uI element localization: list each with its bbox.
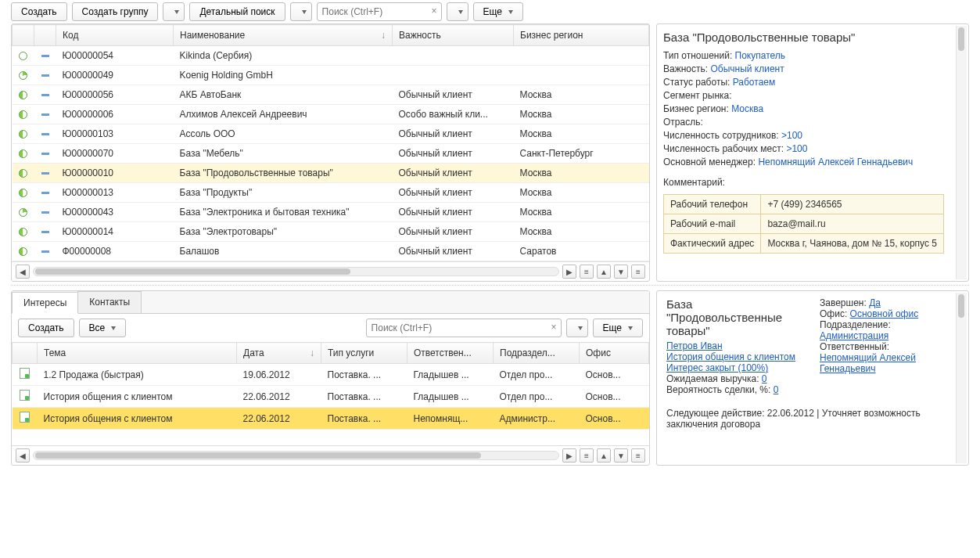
tab-contacts[interactable]: Контакты [77, 291, 142, 313]
detail-scrollbar[interactable] [956, 26, 967, 279]
cell-region [514, 66, 649, 85]
scroll-right-icon[interactable]: ▶ [562, 265, 576, 279]
cell-topic: История общения с клиентом [38, 386, 237, 408]
status-icon [19, 208, 27, 217]
cell-name: Балашов [174, 242, 393, 261]
interest-detail-panel: База "Продовольственные товары" Петров И… [656, 290, 969, 466]
detail-search-button[interactable]: Детальный поиск [189, 2, 285, 21]
table-row[interactable]: Ю00000054Kikinda (Сербия) [13, 46, 649, 66]
main-col-header[interactable]: Бизнес регион [514, 25, 649, 46]
table-row[interactable]: Ю00000010База "Продовольственные товары"… [13, 164, 649, 183]
sub-col-header[interactable]: Дата↓ [237, 343, 321, 364]
rel-value[interactable]: Покупатель [735, 50, 785, 61]
hscrollbar[interactable] [33, 267, 559, 276]
sub-col-header[interactable]: Тема [38, 343, 237, 364]
main-col-header[interactable]: Наименование↓ [174, 25, 393, 46]
br-history[interactable]: История общения с клиентом [666, 351, 795, 362]
sub-search-input[interactable] [366, 319, 562, 337]
dash-icon [41, 133, 49, 135]
sub-nav-last-icon[interactable]: ≡ [631, 448, 645, 463]
main-col-header[interactable] [13, 25, 34, 46]
dash-icon [41, 113, 49, 116]
cell-name: Алхимов Алексей Андреевич [174, 105, 393, 124]
sub-hscrollbar[interactable] [33, 451, 559, 460]
sub-col-header[interactable]: Офис [580, 343, 649, 364]
interest-scrollbar[interactable] [956, 293, 967, 463]
wp-value[interactable]: >100 [786, 143, 807, 154]
sub-scroll-left-icon[interactable]: ◀ [16, 448, 30, 463]
splitter[interactable] [11, 285, 969, 286]
main-col-header[interactable]: Код [56, 25, 174, 46]
wstat-value[interactable]: Работаем [733, 77, 776, 88]
table-row[interactable]: 1.2 Продажа (быстрая)19.06.2012Поставка.… [13, 364, 649, 386]
info-dropdown[interactable]: i [163, 2, 185, 21]
dash-icon [41, 250, 49, 253]
sub-all-button[interactable]: Все [79, 319, 127, 337]
search-dropdown[interactable] [447, 2, 468, 21]
scroll-left-icon[interactable]: ◀ [16, 265, 30, 279]
table-row[interactable]: Ю00000013База "Продукты"Обычный клиентМо… [13, 183, 649, 203]
sub-search-dropdown[interactable] [566, 319, 588, 337]
sub-nav-up-icon[interactable]: ▲ [597, 448, 611, 463]
clear-search-icon[interactable]: × [432, 5, 437, 16]
tab-interests[interactable]: Интересы [12, 292, 78, 314]
table-footer: ◀ ▶ ≡ ▲ ▼ ≡ [12, 261, 649, 281]
br-office-value[interactable]: Основной офис [850, 308, 919, 319]
table-row[interactable]: Ю00000056АКБ АвтоБанкОбычный клиентМоскв… [13, 85, 649, 105]
br-done-value[interactable]: Да [869, 297, 881, 308]
table-row[interactable]: Ю00000014База "Электротовары"Обычный кли… [13, 222, 649, 242]
dash-icon [41, 94, 49, 96]
table-row[interactable]: Ф00000008БалашовОбычный клиентСаратов [13, 242, 649, 261]
br-prob-value[interactable]: 0 [774, 384, 779, 395]
table-row[interactable]: Ю00000006Алхимов Алексей АндреевичОсобо … [13, 105, 649, 124]
imp-value[interactable]: Обычный клиент [710, 63, 784, 74]
table-row[interactable]: Ю00000070База "Мебель"Обычный клиентСанк… [13, 144, 649, 164]
sub-toolbar: Создать Все × Еще [12, 314, 649, 342]
table-row[interactable]: История общения с клиентом22.06.2012Пост… [13, 386, 649, 408]
sub-clear-icon[interactable]: × [551, 322, 557, 333]
more-button[interactable]: Еще [473, 2, 523, 21]
main-col-header[interactable]: Важность [393, 25, 514, 46]
sub-nav-first-icon[interactable]: ≡ [580, 448, 594, 463]
sub-col-header[interactable]: Подраздел... [494, 343, 580, 364]
table-row[interactable]: Ю00000043База "Электроника и бытовая тех… [13, 203, 649, 222]
contact-row: Фактический адресМосква г, Чаянова, дом … [664, 234, 944, 254]
cell-code: Ю00000043 [56, 203, 174, 222]
nav-first-icon[interactable]: ≡ [580, 265, 594, 279]
sub-col-header[interactable] [13, 343, 38, 364]
wstat-label: Статус работы: [663, 77, 730, 88]
emp-value[interactable]: >100 [781, 130, 802, 141]
sub-col-header[interactable]: Тип услуги [321, 343, 407, 364]
br-resp-value[interactable]: Непомнящий Алексей Геннадьевич [820, 352, 916, 374]
sub-scroll-right-icon[interactable]: ▶ [562, 448, 576, 463]
mgr-value[interactable]: Непомнящий Алексей Геннадьевич [758, 157, 913, 167]
search-input[interactable] [317, 2, 442, 21]
table-row[interactable]: Ю00000049Koenig Holding GmbH [13, 66, 649, 85]
cell-department: Отдел про... [494, 386, 580, 408]
cell-responsible: Непомнящ... [407, 408, 494, 430]
br-closed[interactable]: Интерес закрыт (100%) [666, 362, 768, 373]
sub-more-button[interactable]: Еще [593, 319, 643, 337]
cell-code: Ю00000049 [56, 66, 174, 85]
create-button[interactable]: Создать [11, 2, 67, 21]
nav-up-icon[interactable]: ▲ [597, 265, 611, 279]
cell-topic: 1.2 Продажа (быстрая) [38, 364, 237, 386]
sub-create-button[interactable]: Создать [18, 319, 74, 337]
cell-name: Kikinda (Сербия) [174, 46, 393, 66]
nav-last-icon[interactable]: ≡ [631, 265, 645, 279]
br-rev-value[interactable]: 0 [762, 373, 767, 384]
cell-name: База "Электротовары" [174, 222, 393, 242]
create-group-button[interactable]: Создать группу [72, 2, 159, 21]
breg-value[interactable]: Москва [731, 103, 763, 114]
table-row[interactable]: Ю00000103Ассоль ООООбычный клиентМосква [13, 124, 649, 144]
sub-col-header[interactable]: Ответствен... [407, 343, 494, 364]
main-col-header[interactable] [34, 25, 56, 46]
cell-code: Ю00000103 [56, 124, 174, 144]
table-row[interactable]: История общения с клиентом22.06.2012Пост… [13, 408, 649, 430]
sub-nav-down-icon[interactable]: ▼ [614, 448, 628, 463]
br-person[interactable]: Петров Иван [666, 340, 723, 351]
attach-dropdown[interactable] [290, 2, 312, 21]
nav-down-icon[interactable]: ▼ [614, 265, 628, 279]
cell-name: База "Продукты" [174, 183, 393, 203]
br-dept-value[interactable]: Администрация [820, 330, 888, 341]
